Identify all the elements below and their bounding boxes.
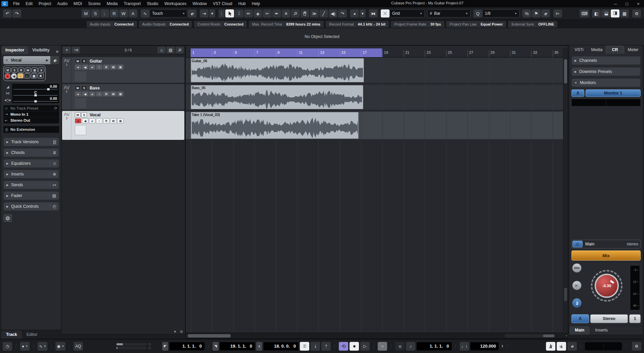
expand-arrow-icon[interactable]: ▶ — [6, 151, 8, 154]
automation-a-button[interactable]: A — [129, 9, 137, 17]
quick-controls-icon[interactable]: ◴ — [50, 204, 56, 209]
tempo-display[interactable]: 120.000 — [470, 342, 499, 350]
locator-duration-button[interactable]: ∧ — [256, 342, 262, 351]
freeze-track-button[interactable]: ❄ — [38, 73, 44, 78]
time-format-icon[interactable]: ♪ — [406, 342, 415, 351]
output-routing-row[interactable]: ⇤ Stereo Out — [3, 117, 59, 123]
inspector-track-selector[interactable]: ▼ Vocal ▶ e — [3, 56, 59, 64]
write-automation-button[interactable]: W — [25, 68, 31, 73]
main-power-button[interactable]: ⏻ — [572, 241, 583, 247]
midi-activity-button[interactable]: ◉▼ — [55, 342, 65, 351]
transport-setup-gear-icon[interactable]: ⚙ — [632, 342, 641, 351]
audio-event-take-1-vocal-03-[interactable]: Take 1 (Vocal_03)Take 1 (Vocal_03) — [191, 112, 359, 139]
tab-visibility[interactable]: Visibility — [28, 46, 53, 54]
menu-window[interactable]: Window — [189, 1, 210, 7]
menu-transport[interactable]: Transport — [121, 1, 144, 7]
timeline-ruler[interactable]: 1357911131517192123252729313335 — [186, 48, 563, 57]
expand-arrow-icon[interactable]: ▶ — [6, 184, 8, 187]
comp-tool-caret-icon[interactable]: ▼ — [360, 9, 366, 17]
cycle-locator-range[interactable] — [191, 48, 382, 57]
expand-arrow-icon[interactable]: ▶ — [6, 205, 8, 208]
tempo-track-button[interactable]: ♩↕ — [460, 342, 469, 351]
split-tool-icon[interactable]: ✂ — [263, 9, 272, 17]
metronome-button[interactable] — [572, 298, 582, 308]
track-read-button[interactable]: R — [103, 118, 109, 123]
snap-on-off-button[interactable]: ⤬ — [381, 9, 389, 17]
goto-right-locator-button[interactable]: ◥ — [213, 342, 219, 351]
status-project-pan-law[interactable]: Project Pan LawEqual Power — [446, 21, 506, 28]
audiowarp-quantize-button[interactable]: ⚑ — [532, 9, 541, 17]
menu-audio[interactable]: Audio — [54, 1, 71, 7]
auto-fades-button[interactable]: X — [38, 68, 44, 73]
track-monitor-button[interactable]: ◀ — [82, 118, 88, 123]
menu-hub[interactable]: Hub — [235, 1, 249, 7]
record-modes-button[interactable]: ●▼ — [20, 342, 30, 351]
audio-event-bass-05[interactable]: Bass_05Bass_05 — [191, 85, 363, 109]
line-tool-icon[interactable]: ╱ — [319, 9, 328, 17]
window-layout-button[interactable]: ▦ — [620, 9, 629, 17]
quantize-panel-button[interactable]: e — [541, 9, 550, 17]
automation-panel-icon[interactable]: ∿ — [141, 9, 149, 17]
track-row-guitar[interactable]: ⋀⋁1MSGuitar●◀e○RW⊞ — [62, 57, 184, 83]
event-display[interactable]: Guitar_06Guitar_06Bass_05Bass_05Take 1 (… — [185, 45, 568, 339]
cr-section-monitors[interactable]: ▼Monitors — [571, 78, 641, 87]
metronome-click-button[interactable] — [546, 342, 555, 351]
menu-studio[interactable]: Studio — [144, 1, 161, 7]
tab-media[interactable]: Media — [588, 46, 606, 54]
expand-arrow-icon[interactable]: ▼ — [574, 81, 577, 84]
control-room-level-knob[interactable]: -0.30 — [591, 270, 623, 302]
inspector-section-fader[interactable]: ▶Fader▤ — [3, 191, 59, 200]
record-enable-button[interactable]: ● — [5, 73, 10, 79]
track-write-button[interactable]: W — [110, 65, 117, 70]
stop-button[interactable]: ■ — [350, 342, 359, 351]
status-audio-outputs[interactable]: Audio OutputsConnected — [139, 21, 192, 28]
track-lanes-button[interactable]: ⊞ — [117, 118, 124, 123]
track-solo-button[interactable]: S — [81, 85, 87, 90]
undo-button[interactable]: ↶ — [3, 9, 12, 17]
cr-section-downmix-presets[interactable]: ▶Downmix Presets — [571, 67, 641, 76]
horizontal-zoom-slider[interactable] — [505, 334, 555, 338]
reload-icon[interactable]: ⟳ — [54, 106, 57, 111]
status-project-frame-rate[interactable]: Project Frame Rate30 fps — [391, 21, 444, 28]
track-edit-settings-button[interactable]: e — [89, 91, 95, 96]
tab-cr-main[interactable]: Main — [569, 326, 590, 335]
track-automation-read-indicator[interactable]: ○ — [96, 118, 102, 123]
comp-tool-icon[interactable]: ↷ — [338, 9, 347, 17]
automation-s-button[interactable]: S — [91, 9, 100, 17]
vertical-scrollbar[interactable] — [563, 48, 568, 332]
inspector-section-inserts[interactable]: ▶Inserts⊕ — [3, 170, 59, 179]
track-mute-button[interactable]: M — [75, 85, 81, 90]
close-button[interactable]: ✕ — [633, 0, 644, 7]
pre-roll-button[interactable]: ◉ — [395, 342, 405, 351]
tab-track[interactable]: Track — [1, 331, 22, 339]
pan-slider[interactable]: C — [13, 90, 58, 96]
automation-w-button[interactable]: W — [119, 9, 128, 17]
horizontal-zoom-thumb[interactable] — [543, 335, 554, 337]
tab-cr[interactable]: CR — [606, 46, 624, 54]
inserts-icon[interactable]: ⊕ — [50, 172, 56, 176]
metronome-setup-button[interactable]: e — [567, 342, 577, 351]
count-in-button[interactable] — [557, 342, 566, 351]
maximize-button[interactable]: ▢ — [621, 0, 633, 7]
delay-slider[interactable]: 0.00 — [13, 96, 58, 103]
menu-file[interactable]: File — [10, 1, 22, 7]
punch-out-button[interactable]: ⇡ — [321, 342, 331, 351]
add-track-button[interactable]: + — [63, 47, 71, 53]
channel-count-button[interactable]: 1 — [629, 314, 641, 323]
track-lanes-button[interactable]: ⊞ — [117, 91, 124, 96]
fader-icon[interactable]: ▤ — [49, 193, 56, 198]
track-type-filter-icon[interactable]: ▤ — [167, 47, 175, 53]
track-monitor-button[interactable]: ◀ — [82, 91, 88, 96]
menu-workspaces[interactable]: Workspaces — [161, 1, 189, 7]
lower-zone-toggle[interactable]: ◧ — [601, 9, 610, 17]
mute-button[interactable]: M — [5, 68, 11, 73]
cycle-button[interactable]: ⟲ — [339, 342, 348, 351]
channel-stereo-button[interactable]: Stereo — [590, 314, 628, 323]
object-selection-tool-icon[interactable] — [225, 9, 234, 17]
snap-type-select[interactable]: Grid▼ — [390, 9, 425, 17]
menu-help[interactable]: Help — [249, 1, 263, 7]
horizontal-scroll-thumb[interactable] — [188, 334, 231, 338]
track-row-vocal[interactable]: ⋀⋁3MSVocal●◀e○RW⊞ — [62, 111, 184, 140]
lock-track-button[interactable]: ⌐ — [24, 73, 30, 78]
minimize-button[interactable]: — — [610, 0, 621, 7]
